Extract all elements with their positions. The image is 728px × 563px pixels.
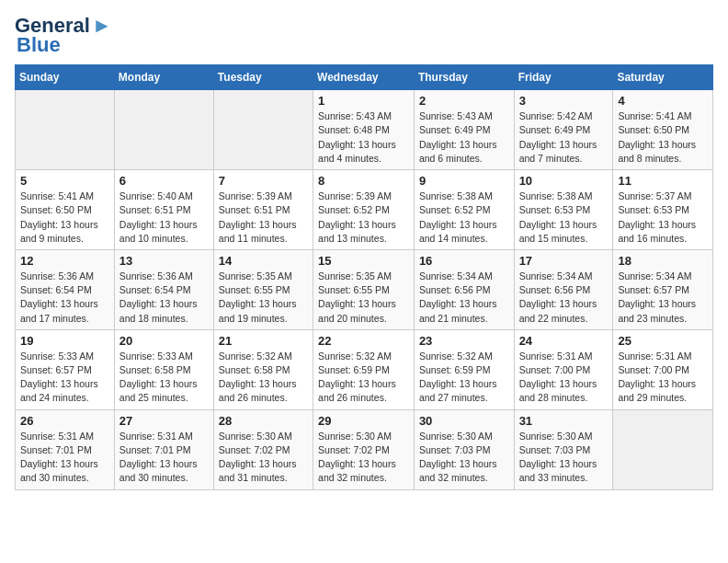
calendar-cell: 13Sunrise: 5:36 AMSunset: 6:54 PMDayligh…: [114, 249, 213, 329]
weekday-header-monday: Monday: [114, 65, 213, 90]
cell-sun-info: Sunrise: 5:30 AMSunset: 7:02 PMDaylight:…: [318, 430, 409, 486]
cell-sun-info: Sunrise: 5:41 AMSunset: 6:50 PMDaylight:…: [20, 190, 109, 246]
cell-sun-info: Sunrise: 5:31 AMSunset: 7:01 PMDaylight:…: [20, 430, 109, 486]
calendar-cell: 25Sunrise: 5:31 AMSunset: 7:00 PMDayligh…: [613, 329, 713, 409]
calendar-cell: 8Sunrise: 5:39 AMSunset: 6:52 PMDaylight…: [313, 170, 415, 250]
cell-sun-info: Sunrise: 5:35 AMSunset: 6:55 PMDaylight:…: [219, 270, 308, 326]
cell-sun-info: Sunrise: 5:43 AMSunset: 6:49 PMDaylight:…: [419, 109, 509, 166]
weekday-header-thursday: Thursday: [414, 65, 514, 90]
calendar-cell: [16, 90, 115, 170]
cell-day-number: 20: [119, 334, 209, 348]
calendar-cell: 9Sunrise: 5:38 AMSunset: 6:52 PMDaylight…: [414, 170, 514, 250]
cell-sun-info: Sunrise: 5:36 AMSunset: 6:54 PMDaylight:…: [20, 270, 109, 326]
cell-sun-info: Sunrise: 5:39 AMSunset: 6:52 PMDaylight:…: [318, 190, 409, 246]
cell-day-number: 5: [20, 174, 109, 188]
cell-day-number: 7: [219, 174, 308, 188]
calendar-cell: 17Sunrise: 5:34 AMSunset: 6:56 PMDayligh…: [514, 249, 613, 329]
cell-day-number: 15: [318, 254, 409, 268]
cell-day-number: 18: [618, 254, 708, 268]
calendar-week-row: 12Sunrise: 5:36 AMSunset: 6:54 PMDayligh…: [16, 249, 713, 329]
cell-day-number: 14: [219, 254, 308, 268]
cell-sun-info: Sunrise: 5:38 AMSunset: 6:52 PMDaylight:…: [419, 190, 509, 246]
cell-sun-info: Sunrise: 5:31 AMSunset: 7:00 PMDaylight:…: [519, 350, 609, 406]
cell-day-number: 26: [20, 414, 109, 428]
cell-day-number: 28: [219, 414, 308, 428]
calendar-cell: 31Sunrise: 5:30 AMSunset: 7:03 PMDayligh…: [514, 409, 613, 489]
calendar-cell: 18Sunrise: 5:34 AMSunset: 6:57 PMDayligh…: [613, 249, 713, 329]
weekday-header-sunday: Sunday: [16, 65, 115, 90]
cell-day-number: 22: [318, 334, 409, 348]
cell-day-number: 13: [119, 254, 209, 268]
cell-sun-info: Sunrise: 5:41 AMSunset: 6:50 PMDaylight:…: [618, 109, 708, 166]
cell-sun-info: Sunrise: 5:34 AMSunset: 6:57 PMDaylight:…: [618, 270, 708, 326]
cell-sun-info: Sunrise: 5:30 AMSunset: 7:02 PMDaylight:…: [219, 430, 308, 486]
cell-day-number: 17: [519, 254, 609, 268]
weekday-header-friday: Friday: [514, 65, 613, 90]
cell-day-number: 1: [318, 94, 409, 108]
page-header: General► Blue: [15, 15, 713, 57]
calendar-cell: 4Sunrise: 5:41 AMSunset: 6:50 PMDaylight…: [613, 90, 713, 170]
calendar-cell: 29Sunrise: 5:30 AMSunset: 7:02 PMDayligh…: [313, 409, 415, 489]
cell-day-number: 31: [519, 414, 609, 428]
weekday-header-wednesday: Wednesday: [313, 65, 415, 90]
calendar-cell: 12Sunrise: 5:36 AMSunset: 6:54 PMDayligh…: [16, 249, 115, 329]
calendar-week-row: 26Sunrise: 5:31 AMSunset: 7:01 PMDayligh…: [16, 409, 713, 489]
cell-day-number: 2: [419, 94, 509, 108]
cell-day-number: 6: [119, 174, 209, 188]
cell-sun-info: Sunrise: 5:43 AMSunset: 6:48 PMDaylight:…: [318, 109, 409, 166]
weekday-header-tuesday: Tuesday: [213, 65, 313, 90]
calendar-cell: 3Sunrise: 5:42 AMSunset: 6:49 PMDaylight…: [514, 90, 613, 170]
cell-day-number: 16: [419, 254, 509, 268]
cell-day-number: 8: [318, 174, 409, 188]
calendar-cell: 22Sunrise: 5:32 AMSunset: 6:59 PMDayligh…: [313, 329, 415, 409]
calendar-cell: 24Sunrise: 5:31 AMSunset: 7:00 PMDayligh…: [514, 329, 613, 409]
calendar-cell: 2Sunrise: 5:43 AMSunset: 6:49 PMDaylight…: [414, 90, 514, 170]
calendar-cell: 27Sunrise: 5:31 AMSunset: 7:01 PMDayligh…: [114, 409, 213, 489]
cell-sun-info: Sunrise: 5:37 AMSunset: 6:53 PMDaylight:…: [618, 190, 708, 246]
calendar-cell: [213, 90, 313, 170]
calendar-cell: 10Sunrise: 5:38 AMSunset: 6:53 PMDayligh…: [514, 170, 613, 250]
cell-sun-info: Sunrise: 5:31 AMSunset: 7:00 PMDaylight:…: [618, 350, 708, 406]
calendar-cell: 30Sunrise: 5:30 AMSunset: 7:03 PMDayligh…: [414, 409, 514, 489]
cell-sun-info: Sunrise: 5:33 AMSunset: 6:57 PMDaylight:…: [20, 350, 109, 406]
calendar-cell: 21Sunrise: 5:32 AMSunset: 6:58 PMDayligh…: [213, 329, 313, 409]
cell-sun-info: Sunrise: 5:32 AMSunset: 6:59 PMDaylight:…: [419, 350, 509, 406]
calendar-cell: 16Sunrise: 5:34 AMSunset: 6:56 PMDayligh…: [414, 249, 514, 329]
cell-day-number: 27: [119, 414, 209, 428]
cell-sun-info: Sunrise: 5:30 AMSunset: 7:03 PMDaylight:…: [519, 430, 609, 486]
calendar-cell: 23Sunrise: 5:32 AMSunset: 6:59 PMDayligh…: [414, 329, 514, 409]
logo: General► Blue: [15, 15, 112, 57]
cell-day-number: 24: [519, 334, 609, 348]
calendar-cell: 14Sunrise: 5:35 AMSunset: 6:55 PMDayligh…: [213, 249, 313, 329]
cell-sun-info: Sunrise: 5:40 AMSunset: 6:51 PMDaylight:…: [119, 190, 209, 246]
cell-sun-info: Sunrise: 5:38 AMSunset: 6:53 PMDaylight:…: [519, 190, 609, 246]
calendar-cell: 26Sunrise: 5:31 AMSunset: 7:01 PMDayligh…: [16, 409, 115, 489]
cell-day-number: 25: [618, 334, 708, 348]
cell-sun-info: Sunrise: 5:36 AMSunset: 6:54 PMDaylight:…: [119, 270, 209, 326]
calendar-week-row: 5Sunrise: 5:41 AMSunset: 6:50 PMDaylight…: [16, 170, 713, 250]
cell-sun-info: Sunrise: 5:31 AMSunset: 7:01 PMDaylight:…: [119, 430, 209, 486]
calendar-cell: 15Sunrise: 5:35 AMSunset: 6:55 PMDayligh…: [313, 249, 415, 329]
cell-day-number: 9: [419, 174, 509, 188]
calendar-cell: 19Sunrise: 5:33 AMSunset: 6:57 PMDayligh…: [16, 329, 115, 409]
cell-day-number: 23: [419, 334, 509, 348]
cell-sun-info: Sunrise: 5:34 AMSunset: 6:56 PMDaylight:…: [419, 270, 509, 326]
calendar-week-row: 19Sunrise: 5:33 AMSunset: 6:57 PMDayligh…: [16, 329, 713, 409]
cell-sun-info: Sunrise: 5:34 AMSunset: 6:56 PMDaylight:…: [519, 270, 609, 326]
calendar-cell: 1Sunrise: 5:43 AMSunset: 6:48 PMDaylight…: [313, 90, 415, 170]
calendar-cell: 6Sunrise: 5:40 AMSunset: 6:51 PMDaylight…: [114, 170, 213, 250]
cell-sun-info: Sunrise: 5:33 AMSunset: 6:58 PMDaylight:…: [119, 350, 209, 406]
cell-day-number: 3: [519, 94, 609, 108]
calendar-cell: 28Sunrise: 5:30 AMSunset: 7:02 PMDayligh…: [213, 409, 313, 489]
cell-day-number: 29: [318, 414, 409, 428]
cell-sun-info: Sunrise: 5:35 AMSunset: 6:55 PMDaylight:…: [318, 270, 409, 326]
calendar-cell: 5Sunrise: 5:41 AMSunset: 6:50 PMDaylight…: [16, 170, 115, 250]
calendar-cell: 20Sunrise: 5:33 AMSunset: 6:58 PMDayligh…: [114, 329, 213, 409]
cell-day-number: 30: [419, 414, 509, 428]
calendar-cell: [613, 409, 713, 489]
cell-day-number: 11: [618, 174, 708, 188]
cell-day-number: 4: [618, 94, 708, 108]
cell-day-number: 21: [219, 334, 308, 348]
calendar-table: SundayMondayTuesdayWednesdayThursdayFrid…: [15, 64, 713, 489]
logo-subtext: Blue: [17, 33, 61, 57]
